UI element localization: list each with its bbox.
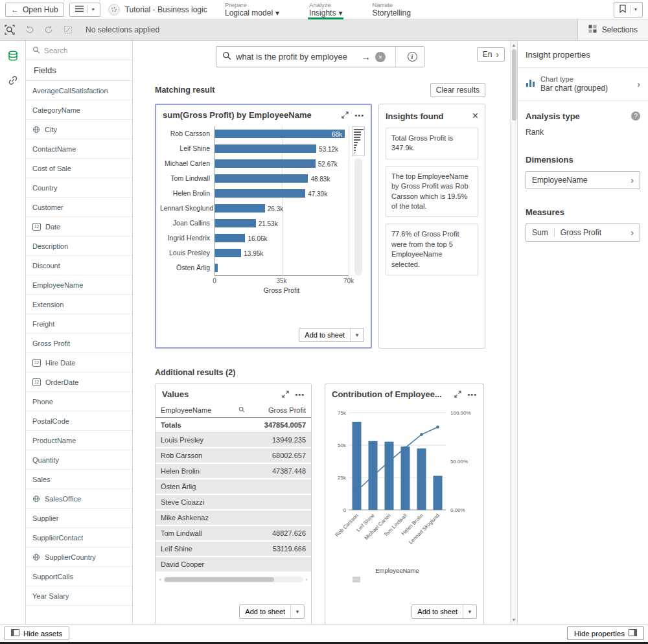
bar[interactable] (214, 249, 241, 257)
table-cell-name[interactable]: Mike Ashkenaz (161, 514, 245, 522)
field-item[interactable]: Phone (26, 392, 132, 411)
field-item[interactable]: AverageCallSatisfaction (26, 81, 132, 100)
clear-results-button[interactable]: Clear results (430, 83, 485, 97)
scroll-right-arrow[interactable]: › (305, 577, 307, 582)
data-assets-rail-button[interactable] (0, 43, 26, 68)
add-to-sheet-button[interactable]: Add to sheet ▼ (239, 604, 305, 619)
bar[interactable] (214, 264, 218, 272)
nav-narrate[interactable]: Narrate Storytelling (371, 0, 411, 19)
scrollbar-track[interactable] (163, 577, 304, 582)
field-item[interactable]: Cost of Sale (26, 159, 132, 178)
table-row[interactable]: Helen Brolin47387.448 (156, 464, 311, 479)
column-header[interactable]: Gross Profit (245, 406, 306, 414)
clear-selections-button[interactable] (58, 19, 78, 41)
bar-row[interactable]: 47.39k (214, 186, 349, 201)
bar-row[interactable]: 26.3k (214, 201, 349, 216)
table-row[interactable]: Tom Lindwall48827.626 (156, 526, 311, 542)
info-button[interactable]: i (400, 47, 424, 67)
bar-row[interactable]: 48.83k (214, 171, 349, 186)
insight-text-card[interactable]: Total Gross Profit is 347.9k. (386, 128, 478, 159)
main-vertical-scrollbar[interactable]: ▲ ▼ (510, 41, 517, 624)
nav-prepare[interactable]: Prepare Logical model▾ (224, 0, 281, 19)
scrollbar-thumb[interactable] (512, 49, 516, 121)
field-item[interactable]: Freight (26, 314, 132, 334)
table-row[interactable]: Louis Presley13949.235 (156, 433, 311, 448)
dimension-item[interactable]: EmployeeName › (526, 171, 640, 189)
contribution-chart-card[interactable]: Contribution of Employee... ••• 025k50k7… (325, 384, 484, 624)
table-row[interactable]: Rob Carsson68002.657 (156, 448, 311, 464)
field-item[interactable]: Customer (26, 198, 132, 217)
language-button[interactable]: En › (477, 47, 505, 62)
more-menu-icon[interactable]: ••• (467, 391, 477, 398)
expand-icon[interactable] (282, 391, 289, 398)
bar[interactable] (214, 159, 316, 168)
table-row[interactable]: Leif Shine53119.666 (156, 542, 311, 557)
bar[interactable] (214, 219, 256, 227)
field-item[interactable]: EmployeeName (26, 275, 132, 295)
fields-tab[interactable]: Fields (26, 60, 132, 81)
bar-row[interactable]: 16.06k (214, 231, 349, 246)
bar-row[interactable]: 53.12k (214, 141, 349, 156)
chart-scrollbar-track[interactable] (354, 158, 362, 275)
chart-mini-navigator[interactable] (352, 126, 365, 156)
bar[interactable] (214, 204, 265, 213)
selections-tool-button[interactable]: Selections (577, 19, 648, 40)
bar[interactable] (214, 144, 316, 153)
scroll-down-arrow[interactable]: ▼ (512, 615, 516, 624)
horizontal-scrollbar[interactable]: ‹ › (159, 575, 307, 583)
table-row[interactable]: Mike Ashkenaz (156, 511, 311, 526)
fields-search-input[interactable] (44, 47, 126, 54)
nav-analyze[interactable]: Analyze Insights▾ (308, 0, 343, 19)
table-cell-name[interactable]: Tom Lindwall (161, 529, 245, 537)
more-menu-icon[interactable]: ••• (354, 111, 364, 119)
table-cell-name[interactable]: David Cooper (161, 560, 245, 568)
field-item[interactable]: Discount (26, 256, 132, 275)
field-item[interactable]: 12OrderDate (26, 373, 132, 392)
table-cell-name[interactable]: Louis Presley (161, 436, 245, 444)
hide-properties-button[interactable]: Hide properties (567, 627, 644, 640)
table-cell-name[interactable]: Leif Shine (161, 545, 245, 553)
bar-row[interactable]: 13.95k (214, 246, 349, 260)
scrollbar-thumb[interactable] (165, 577, 274, 582)
insight-text-card[interactable]: The top EmployeeName by Gross Profit was… (386, 166, 478, 218)
field-item[interactable]: Gross Profit (26, 334, 132, 353)
field-item[interactable]: Year Salary (26, 586, 132, 606)
field-item[interactable]: Sales (26, 470, 132, 489)
field-item[interactable]: Country (26, 178, 132, 198)
add-to-sheet-button[interactable]: Add to sheet ▼ (299, 328, 364, 342)
hide-assets-button[interactable]: Hide assets (4, 627, 69, 640)
help-icon[interactable]: ? (631, 111, 640, 121)
scroll-left-arrow[interactable]: ‹ (159, 577, 161, 582)
submit-arrow-icon[interactable]: → (361, 51, 371, 62)
table-cell-name[interactable]: Helen Brolin (161, 467, 245, 475)
table-row[interactable]: David Cooper (156, 557, 311, 573)
combo-chart-svg[interactable]: 025k50k75k0.00%50.00%100.00%Rob CarssonL… (329, 403, 480, 577)
global-menu-button[interactable]: ▾ (69, 3, 100, 17)
field-item[interactable]: Description (26, 236, 132, 256)
fields-search[interactable] (26, 41, 132, 60)
table-row[interactable]: Östen Ärlig (156, 479, 311, 495)
expand-icon[interactable] (454, 391, 461, 398)
bar-row[interactable]: 21.53k (214, 216, 349, 231)
open-hub-button[interactable]: ← Open Hub (5, 3, 64, 17)
chart-type-row[interactable]: Chart type Bar chart (grouped) › (518, 68, 648, 101)
close-icon[interactable]: × (472, 111, 478, 121)
field-item[interactable]: 12Hire Date (26, 353, 132, 373)
links-rail-button[interactable] (0, 68, 26, 93)
column-search-icon[interactable] (238, 406, 245, 414)
field-item[interactable]: ContactName (26, 139, 132, 159)
bar[interactable] (214, 130, 345, 138)
bar[interactable] (214, 234, 245, 242)
step-back-button[interactable] (19, 19, 39, 41)
field-item[interactable]: Supplier (26, 509, 132, 528)
bar[interactable] (214, 189, 305, 198)
column-header[interactable]: EmployeeName (161, 406, 211, 414)
clear-search-icon[interactable]: × (375, 52, 386, 62)
expand-icon[interactable] (341, 111, 349, 119)
field-item[interactable]: CategoryName (26, 100, 132, 120)
field-item[interactable]: 12Date (26, 217, 132, 236)
insight-text-card[interactable]: 77.6% of Gross Profit were from the top … (386, 224, 478, 275)
field-item[interactable]: SalesOffice (26, 489, 132, 509)
more-menu-icon[interactable]: ••• (295, 391, 305, 398)
bar-row[interactable]: 52.67k (214, 156, 349, 171)
